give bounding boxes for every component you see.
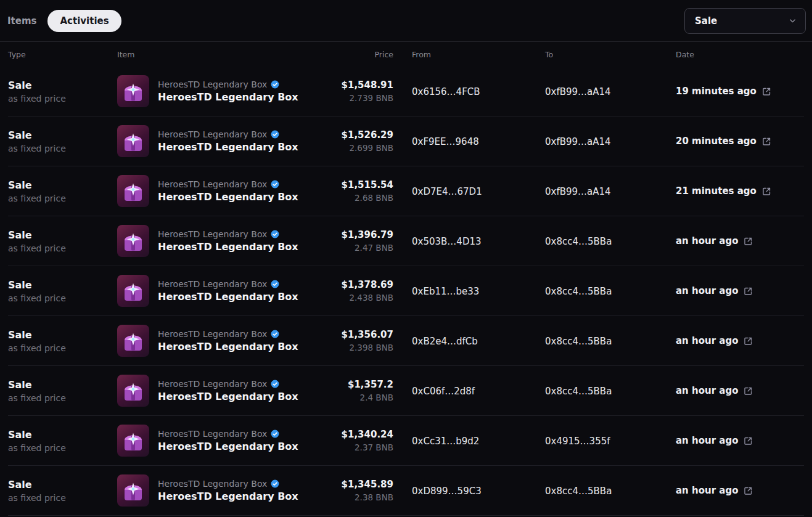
item-thumbnail[interactable] bbox=[117, 375, 149, 407]
to-address[interactable]: 0xfB99…aA14 bbox=[545, 136, 611, 147]
collection-name[interactable]: HeroesTD Legendary Box bbox=[158, 379, 267, 389]
price-cell: $1,356.07 2.398 BNB bbox=[316, 329, 393, 352]
type-cell: Sale as fixed price bbox=[8, 279, 117, 303]
chevron-down-icon bbox=[789, 17, 797, 25]
from-address[interactable]: 0xB2e4…dfCb bbox=[412, 336, 478, 347]
collection-name[interactable]: HeroesTD Legendary Box bbox=[158, 129, 267, 139]
price-bnb: 2.4 BNB bbox=[316, 393, 393, 402]
to-cell: 0x8cc4…5BBa bbox=[545, 235, 676, 247]
activity-subtype: as fixed price bbox=[8, 94, 117, 104]
activity-subtype: as fixed price bbox=[8, 443, 117, 453]
collection-name[interactable]: HeroesTD Legendary Box bbox=[158, 279, 267, 289]
external-link-icon[interactable] bbox=[744, 287, 753, 296]
collection-name[interactable]: HeroesTD Legendary Box bbox=[158, 329, 267, 339]
from-address[interactable]: 0xCc31…b9d2 bbox=[412, 436, 479, 447]
item-cell: HeroesTD Legendary Box HeroesTD Legendar… bbox=[117, 375, 316, 407]
activity-subtype: as fixed price bbox=[8, 243, 117, 253]
item-name[interactable]: HeroesTD Legendary Box bbox=[158, 241, 298, 253]
verified-badge-icon bbox=[271, 180, 279, 189]
to-cell: 0xfB99…aA14 bbox=[545, 136, 676, 147]
activity-subtype: as fixed price bbox=[8, 193, 117, 203]
item-thumbnail[interactable] bbox=[117, 175, 149, 207]
collection-name[interactable]: HeroesTD Legendary Box bbox=[158, 229, 267, 239]
external-link-icon[interactable] bbox=[762, 87, 771, 96]
from-address[interactable]: 0x6156…4FCB bbox=[412, 86, 480, 97]
to-address[interactable]: 0x8cc4…5BBa bbox=[545, 286, 612, 297]
item-cell: HeroesTD Legendary Box HeroesTD Legendar… bbox=[117, 425, 316, 457]
item-thumbnail[interactable] bbox=[117, 125, 149, 157]
date-text: an hour ago bbox=[676, 335, 738, 346]
external-link-icon[interactable] bbox=[744, 436, 753, 446]
type-cell: Sale as fixed price bbox=[8, 229, 117, 253]
to-address[interactable]: 0x8cc4…5BBa bbox=[545, 386, 612, 397]
from-cell: 0xCc31…b9d2 bbox=[393, 435, 545, 447]
from-cell: 0x6156…4FCB bbox=[393, 86, 545, 97]
date-text: an hour ago bbox=[676, 385, 738, 396]
col-header-date: Date bbox=[676, 50, 804, 59]
collection-name[interactable]: HeroesTD Legendary Box bbox=[158, 179, 267, 189]
item-name[interactable]: HeroesTD Legendary Box bbox=[158, 391, 298, 402]
table-header: Type Item Price From To Date bbox=[8, 42, 804, 67]
item-thumbnail[interactable] bbox=[117, 325, 149, 357]
external-link-icon[interactable] bbox=[744, 486, 753, 495]
to-address[interactable]: 0x8cc4…5BBa bbox=[545, 236, 612, 247]
price-cell: $1,378.69 2.438 BNB bbox=[316, 279, 393, 303]
price-cell: $1,357.2 2.4 BNB bbox=[316, 379, 393, 402]
verified-badge-icon bbox=[271, 280, 279, 288]
from-address[interactable]: 0xD899…59C3 bbox=[412, 486, 482, 497]
activity-type: Sale bbox=[8, 329, 117, 341]
item-thumbnail[interactable] bbox=[117, 474, 149, 507]
external-link-icon[interactable] bbox=[762, 187, 771, 196]
tab-items[interactable]: Items bbox=[6, 10, 38, 31]
collection-line: HeroesTD Legendary Box bbox=[158, 429, 298, 439]
collection-name[interactable]: HeroesTD Legendary Box bbox=[158, 79, 267, 89]
col-header-item: Item bbox=[117, 50, 316, 59]
price-usd: $1,526.29 bbox=[316, 129, 393, 140]
date-cell: an hour ago bbox=[676, 285, 804, 296]
collection-line: HeroesTD Legendary Box bbox=[158, 129, 298, 139]
collection-name[interactable]: HeroesTD Legendary Box bbox=[158, 479, 267, 489]
from-cell: 0x503B…4D13 bbox=[393, 235, 545, 247]
table-row: Sale as fixed price HeroesTD Legendary B… bbox=[8, 466, 804, 516]
price-usd: $1,515.54 bbox=[316, 179, 393, 190]
item-thumbnail[interactable] bbox=[117, 225, 149, 257]
item-name[interactable]: HeroesTD Legendary Box bbox=[158, 91, 298, 103]
item-name[interactable]: HeroesTD Legendary Box bbox=[158, 491, 298, 502]
to-address[interactable]: 0xfB99…aA14 bbox=[545, 186, 611, 197]
item-thumbnail[interactable] bbox=[117, 75, 149, 107]
item-thumbnail[interactable] bbox=[117, 275, 149, 307]
item-name[interactable]: HeroesTD Legendary Box bbox=[158, 291, 298, 303]
item-text: HeroesTD Legendary Box HeroesTD Legendar… bbox=[158, 429, 298, 452]
item-name[interactable]: HeroesTD Legendary Box bbox=[158, 191, 298, 203]
from-address[interactable]: 0xD7E4…67D1 bbox=[412, 186, 482, 197]
date-cell: 19 minutes ago bbox=[676, 86, 804, 97]
from-address[interactable]: 0x503B…4D13 bbox=[412, 236, 482, 247]
from-address[interactable]: 0xF9EE…9648 bbox=[412, 136, 479, 147]
tab-activities[interactable]: Activities bbox=[47, 10, 121, 32]
item-name[interactable]: HeroesTD Legendary Box bbox=[158, 441, 298, 452]
table-row: Sale as fixed price HeroesTD Legendary B… bbox=[8, 216, 804, 266]
from-address[interactable]: 0xC06f…2d8f bbox=[412, 386, 475, 397]
from-address[interactable]: 0xEb11…be33 bbox=[412, 286, 479, 297]
verified-badge-icon bbox=[271, 429, 279, 438]
price-bnb: 2.438 BNB bbox=[316, 293, 393, 303]
from-cell: 0xD7E4…67D1 bbox=[393, 185, 545, 197]
to-address[interactable]: 0x8cc4…5BBa bbox=[545, 486, 612, 497]
item-thumbnail[interactable] bbox=[117, 425, 149, 457]
to-address[interactable]: 0x4915…355f bbox=[545, 436, 610, 447]
item-name[interactable]: HeroesTD Legendary Box bbox=[158, 141, 298, 153]
verified-badge-icon bbox=[271, 330, 279, 338]
external-link-icon[interactable] bbox=[744, 386, 753, 396]
activity-filter-dropdown[interactable]: Sale bbox=[684, 8, 806, 34]
external-link-icon[interactable] bbox=[762, 137, 771, 146]
external-link-icon[interactable] bbox=[744, 237, 753, 246]
collection-name[interactable]: HeroesTD Legendary Box bbox=[158, 429, 267, 439]
from-cell: 0xD899…59C3 bbox=[393, 485, 545, 497]
to-address[interactable]: 0xfB99…aA14 bbox=[545, 86, 611, 97]
price-bnb: 2.739 BNB bbox=[316, 93, 393, 103]
to-address[interactable]: 0x8cc4…5BBa bbox=[545, 336, 612, 347]
table-row: Sale as fixed price HeroesTD Legendary B… bbox=[8, 67, 804, 116]
item-name[interactable]: HeroesTD Legendary Box bbox=[158, 341, 298, 352]
external-link-icon[interactable] bbox=[744, 336, 753, 346]
activity-type: Sale bbox=[8, 229, 117, 241]
